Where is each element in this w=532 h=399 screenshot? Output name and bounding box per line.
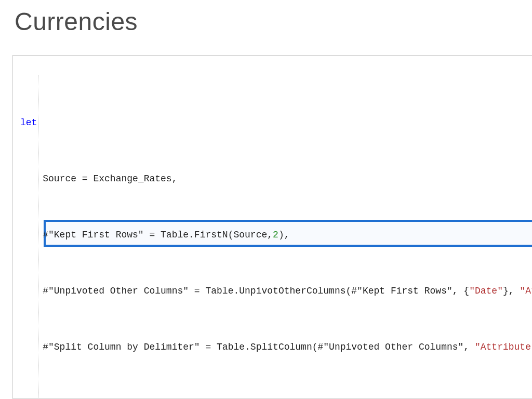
code-line-kept-first-rows: #"Kept First Rows" = Table.FirstN(Source…: [20, 228, 532, 242]
code-line-let: let: [20, 116, 532, 130]
code-line-split-column: #"Split Column by Delimiter" = Table.Spl…: [20, 340, 532, 354]
code-line-source: Source = Exchange_Rates,: [20, 172, 532, 186]
code-line-unpivoted: #"Unpivoted Other Columns" = Table.Unpiv…: [20, 284, 532, 298]
m-code-block[interactable]: let Source = Exchange_Rates, #"Kept Firs…: [13, 56, 532, 399]
code-line-changed-type: #"Changed Type" = Table.TransformColumnT…: [20, 396, 532, 399]
page-title: Currencies: [15, 7, 532, 36]
query-editor-pane[interactable]: let Source = Exchange_Rates, #"Kept Firs…: [12, 55, 532, 399]
